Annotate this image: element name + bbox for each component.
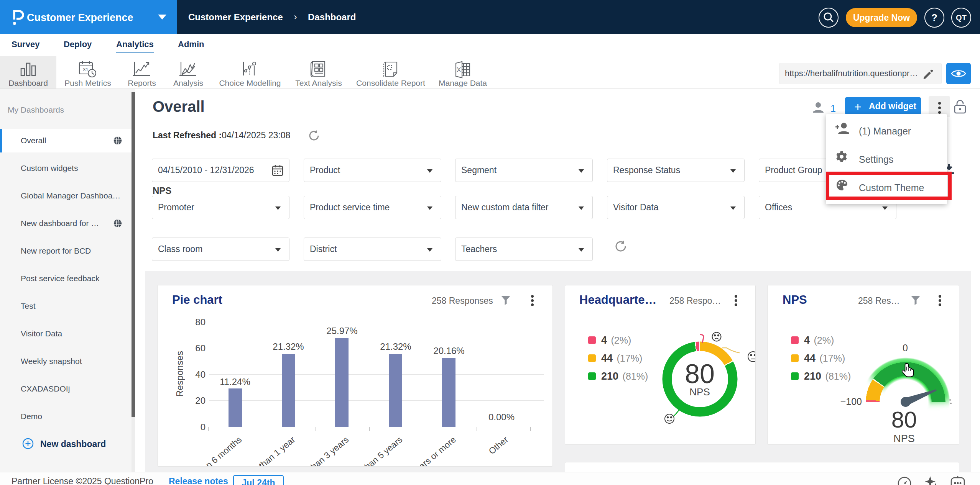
svg-text:31: 31 bbox=[83, 67, 88, 72]
svg-text:X: X bbox=[457, 66, 461, 74]
